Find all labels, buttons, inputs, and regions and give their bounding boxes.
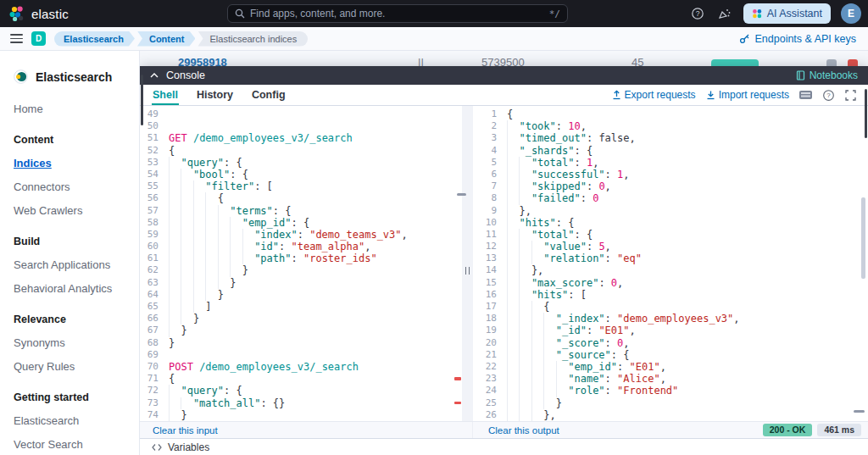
response-code-line[interactable]: 20"_score": 0, bbox=[473, 337, 868, 349]
response-code-line[interactable]: 15"max_score": 0, bbox=[473, 277, 868, 289]
request-code-line[interactable]: 56{ bbox=[140, 192, 462, 204]
keyboard-shortcuts-button[interactable] bbox=[799, 91, 812, 99]
newsfeed-button[interactable] bbox=[716, 5, 733, 22]
response-code-line[interactable]: 8"failed": 0 bbox=[473, 192, 868, 204]
response-code-line[interactable]: 17{ bbox=[473, 301, 868, 313]
tab-history[interactable]: History bbox=[187, 85, 242, 105]
response-code-line[interactable]: 5"total": 1, bbox=[473, 157, 868, 169]
request-code-line[interactable]: 51GET /demo_employees_v3/_search bbox=[140, 132, 462, 144]
sidebar-item-elasticsearch[interactable]: Elasticsearch bbox=[14, 414, 139, 427]
response-code-line[interactable]: 9}, bbox=[473, 205, 868, 217]
response-code-line[interactable]: 6"successful": 1, bbox=[473, 169, 868, 180]
breadcrumb-item[interactable]: Elasticsearch indices bbox=[198, 31, 308, 47]
response-code-line[interactable]: 22"emp_id": "E01", bbox=[473, 361, 868, 373]
request-code-line[interactable]: 50 bbox=[140, 120, 462, 132]
request-code-line[interactable]: 63} bbox=[140, 277, 462, 289]
console-header[interactable]: Console Notebooks bbox=[140, 66, 868, 85]
response-code-line[interactable]: 3"timed_out": false, bbox=[473, 132, 868, 144]
response-code-line[interactable]: 26}, bbox=[473, 409, 868, 421]
response-code-line[interactable]: 11"total": { bbox=[473, 229, 868, 241]
menu-button[interactable] bbox=[10, 34, 23, 42]
response-code-line[interactable]: 2"took": 10, bbox=[473, 120, 868, 132]
sidebar-item-query-rules[interactable]: Query Rules bbox=[14, 360, 139, 373]
tab-shell[interactable]: Shell bbox=[143, 85, 187, 105]
sidebar-item-web-crawlers[interactable]: Web Crawlers bbox=[14, 204, 139, 217]
elastic-home-link[interactable]: elastic bbox=[8, 5, 69, 22]
console-help-button[interactable]: ? bbox=[822, 89, 835, 102]
request-code-line[interactable]: 59"index": "demo_teams_v3", bbox=[140, 229, 462, 241]
pane-resizer[interactable] bbox=[462, 106, 473, 421]
request-code-line[interactable]: 66} bbox=[140, 313, 462, 325]
response-code-line[interactable]: 10"hits": { bbox=[473, 217, 868, 229]
line-number: 73 bbox=[140, 397, 169, 409]
clear-output-link[interactable]: Clear this output bbox=[488, 425, 559, 436]
request-code-line[interactable]: 71{ bbox=[140, 373, 462, 385]
page-scrollbar-left-thumb[interactable] bbox=[141, 75, 143, 125]
response-code-line[interactable]: 16"hits": [ bbox=[473, 289, 868, 301]
breadcrumb-item[interactable]: Content bbox=[137, 31, 196, 47]
response-code-line[interactable]: 4"_shards": { bbox=[473, 145, 868, 157]
request-code-line[interactable]: 60"id": "team_alpha", bbox=[140, 241, 462, 252]
response-code-line[interactable]: 14}, bbox=[473, 264, 868, 276]
background-delete-icon[interactable] bbox=[848, 59, 858, 66]
request-code-line[interactable]: 57"terms": { bbox=[140, 205, 462, 217]
notebooks-link[interactable]: Notebooks bbox=[796, 69, 858, 81]
deployment-badge[interactable]: D bbox=[31, 31, 46, 46]
request-code-line[interactable]: 54"bool": { bbox=[140, 169, 462, 180]
response-code-line[interactable]: 13"relation": "eq" bbox=[473, 252, 868, 264]
sidebar-item-home[interactable]: Home bbox=[14, 103, 139, 115]
response-code-line[interactable]: 1{ bbox=[473, 108, 868, 120]
response-code-line[interactable]: 18"_index": "demo_employees_v3", bbox=[473, 313, 868, 325]
clear-input-link[interactable]: Clear this input bbox=[153, 425, 218, 436]
fullscreen-button[interactable] bbox=[845, 90, 856, 101]
background-refresh-icon[interactable] bbox=[826, 59, 837, 66]
request-code-line[interactable]: 70POST /demo_employees_v3/_search bbox=[140, 361, 462, 373]
export-requests-button[interactable]: Export requests bbox=[612, 89, 696, 101]
request-code-line[interactable]: 58"emp_id": { bbox=[140, 217, 462, 229]
sidebar-item-vector-search[interactable]: Vector Search bbox=[14, 438, 139, 451]
import-requests-button[interactable]: Import requests bbox=[706, 89, 789, 101]
request-code-line[interactable]: 55"filter": [ bbox=[140, 180, 462, 192]
request-code-line[interactable]: 72"query": { bbox=[140, 385, 462, 397]
request-code-line[interactable]: 62} bbox=[140, 264, 462, 276]
user-avatar[interactable]: E bbox=[841, 3, 861, 24]
request-code-line[interactable]: 65] bbox=[140, 301, 462, 313]
global-search-input[interactable]: Find apps, content, and more. */ bbox=[227, 4, 568, 23]
sidebar-item-connectors[interactable]: Connectors bbox=[14, 180, 139, 193]
help-button[interactable]: ? bbox=[689, 5, 706, 22]
request-code-line[interactable]: 52{ bbox=[140, 145, 462, 157]
response-code-line[interactable]: 12"value": 5, bbox=[473, 241, 868, 252]
response-code-line[interactable]: 19"_id": "E01", bbox=[473, 325, 868, 336]
request-code-line[interactable]: 67} bbox=[140, 325, 462, 336]
background-action-button[interactable] bbox=[711, 59, 759, 66]
output-scrollbar-thumb[interactable] bbox=[861, 197, 865, 279]
response-code-line[interactable]: 23"name": "Alice", bbox=[473, 373, 868, 385]
request-code-line[interactable]: 64} bbox=[140, 289, 462, 301]
editor-scrollbar-thumb[interactable] bbox=[457, 193, 466, 196]
request-code-line[interactable]: 68} bbox=[140, 337, 462, 349]
sidebar-item-behavioral-analytics[interactable]: Behavioral Analytics bbox=[14, 282, 139, 295]
ai-assistant-button[interactable]: AI Assistant bbox=[743, 3, 831, 24]
request-code-line[interactable]: 69 bbox=[140, 349, 462, 361]
indent-guides bbox=[507, 289, 531, 301]
request-code-line[interactable]: 73"match_all": {} bbox=[140, 397, 462, 409]
tab-config[interactable]: Config bbox=[242, 85, 295, 105]
request-code-line[interactable]: 74} bbox=[140, 409, 462, 421]
request-code-line[interactable]: 49 bbox=[140, 108, 462, 120]
request-editor[interactable]: 495051GET /demo_employees_v3/_search52{5… bbox=[140, 106, 462, 421]
page-scrollbar-right-thumb[interactable] bbox=[865, 89, 867, 138]
request-code-line[interactable]: 53"query": { bbox=[140, 157, 462, 169]
sidebar-item-synonyms[interactable]: Synonyms bbox=[14, 336, 139, 349]
variables-accordion[interactable]: Variables bbox=[140, 438, 868, 455]
response-code-line[interactable]: 21"_source": { bbox=[473, 349, 868, 361]
response-code-line[interactable]: 25} bbox=[473, 397, 868, 409]
endpoints-api-keys-link[interactable]: Endpoints & API keys bbox=[739, 33, 856, 45]
breadcrumb-item[interactable]: Elasticsearch bbox=[54, 31, 135, 47]
request-code-line[interactable]: 61"path": "roster_ids" bbox=[140, 252, 462, 264]
sidebar-item-search-applications[interactable]: Search Applications bbox=[14, 258, 139, 271]
response-code-line[interactable]: 24"role": "Frontend" bbox=[473, 385, 868, 397]
response-code-line[interactable]: 7"skipped": 0, bbox=[473, 180, 868, 192]
sidebar-item-indices[interactable]: Indices bbox=[14, 157, 139, 169]
output-hscrollbar-thumb[interactable] bbox=[854, 410, 865, 413]
response-output[interactable]: 1{2"took": 10,3"timed_out": false,4"_sha… bbox=[473, 106, 868, 421]
